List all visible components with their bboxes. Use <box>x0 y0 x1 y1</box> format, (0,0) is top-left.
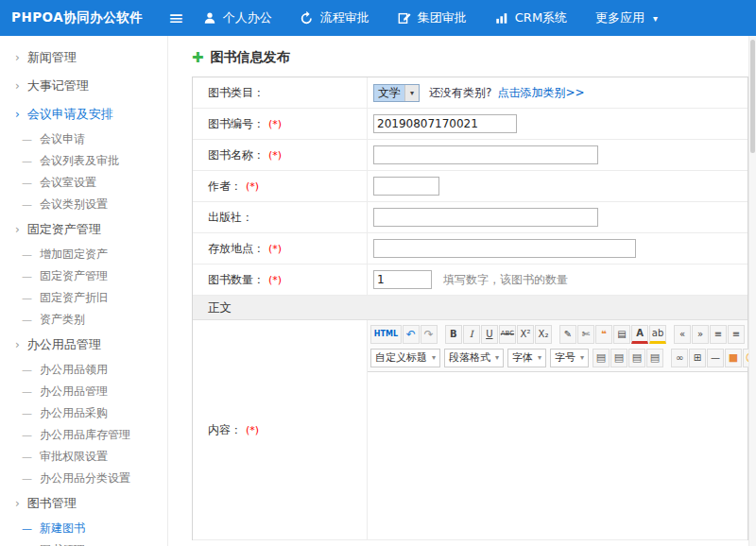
sidebar-item[interactable]: — 审批权限设置 <box>0 446 167 468</box>
nav-workflow-approval[interactable]: 流程审批 <box>301 9 369 26</box>
location-input[interactable] <box>373 239 636 258</box>
sidebar-item[interactable]: — 增加固定资产 <box>0 244 167 265</box>
font-size-select[interactable]: 字号 ▾ <box>550 349 589 367</box>
strikethrough-button[interactable]: ABC <box>499 325 516 344</box>
item-marker-icon: › <box>15 51 20 64</box>
align-right-button[interactable]: ▤ <box>628 349 645 367</box>
ordered-list-button[interactable]: ≡ <box>728 325 745 344</box>
font-color-button[interactable]: A <box>631 325 648 344</box>
field-label: 图书编号： <box>208 116 265 132</box>
scrollbar-thumb[interactable] <box>750 40 755 153</box>
clear-format-button[interactable]: ✄ <box>577 325 594 344</box>
sidebar-item[interactable]: — 固定资产折旧 <box>0 287 167 309</box>
align-left-button[interactable]: ▤ <box>593 349 610 367</box>
nav-personal-office[interactable]: 个人办公 <box>203 9 272 26</box>
sidebar-item-label: 办公用品分类设置 <box>40 470 130 486</box>
sidebar-item[interactable]: › 会议申请及安排 <box>0 100 167 128</box>
sidebar-item[interactable]: — 会议申请 <box>0 128 167 150</box>
paragraph-format-select[interactable]: 段落格式 ▾ <box>444 349 504 367</box>
underline-button[interactable]: U <box>481 325 498 344</box>
undo-button[interactable]: ↶ <box>403 325 420 344</box>
sidebar-item[interactable]: › 固定资产管理 <box>0 215 167 244</box>
subscript-button[interactable]: X₂ <box>535 325 552 344</box>
item-marker-icon: — <box>22 248 32 261</box>
sidebar-item-label: 会议列表及审批 <box>40 153 119 169</box>
author-input[interactable] <box>373 177 439 196</box>
form-row-quantity: 图书数量： (*) 填写数字，该图书的数量 <box>193 264 747 296</box>
format-brush-button[interactable]: ✎ <box>559 325 576 344</box>
paragraph-button[interactable]: ▤ <box>613 325 630 344</box>
form-row-publisher: 出版社： <box>193 202 747 233</box>
item-marker-icon: — <box>22 198 32 211</box>
field-label: 出版社： <box>208 210 253 226</box>
superscript-button[interactable]: X² <box>517 325 534 344</box>
form-row-book-name: 图书名称： (*) <box>193 140 747 171</box>
book-number-input[interactable] <box>373 114 517 133</box>
sidebar-item[interactable]: — 图书管理 <box>0 539 167 546</box>
indent-button[interactable]: » <box>692 325 709 344</box>
sidebar-item[interactable]: — 新建图书 <box>0 518 167 539</box>
sidebar-item-label: 会议申请 <box>40 131 85 147</box>
table-button[interactable]: ⊞ <box>689 349 706 367</box>
item-marker-icon: — <box>22 429 32 441</box>
bold-button[interactable]: B <box>445 325 462 344</box>
sidebar-item[interactable]: — 会议室设置 <box>0 172 167 194</box>
sidebar-item[interactable]: — 办公用品领用 <box>0 359 167 381</box>
sidebar-item[interactable]: — 固定资产管理 <box>0 265 167 287</box>
sidebar-item[interactable]: — 会议列表及审批 <box>0 150 167 172</box>
user-icon <box>203 11 216 25</box>
book-name-input[interactable] <box>373 145 598 164</box>
align-center-button[interactable]: ▤ <box>610 349 627 367</box>
quantity-input[interactable] <box>373 270 432 289</box>
align-justify-button[interactable]: ▤ <box>646 349 663 367</box>
editor-content[interactable] <box>368 372 747 539</box>
rich-text-editor: HTML ↶ ↷ B I U <box>368 320 747 539</box>
quantity-hint: 填写数字，该图书的数量 <box>443 272 568 288</box>
topbar: PHPOA协同办公软件 ≡ 个人办公 流程审批 集团审批 <box>0 0 756 36</box>
vertical-scrollbar[interactable] <box>748 36 756 546</box>
category-select[interactable]: 文学 ▾ <box>373 84 420 102</box>
sidebar-item[interactable]: — 办公用品采购 <box>0 402 167 424</box>
sidebar-item[interactable]: › 图书管理 <box>0 489 167 518</box>
nav-crm-system[interactable]: CRM系统 <box>495 9 567 26</box>
horizontal-rule-button[interactable]: — <box>707 349 724 367</box>
add-category-link[interactable]: 点击添加类别>> <box>497 85 584 101</box>
chevron-down-icon: ▾ <box>495 353 499 362</box>
blockquote-button[interactable]: ❝ <box>595 325 612 344</box>
sidebar-item[interactable]: — 会议类别设置 <box>0 194 167 215</box>
required-marker: (*) <box>268 274 282 286</box>
field-label: 存放地点： <box>208 241 265 257</box>
sidebar-item-label: 会议类别设置 <box>40 196 108 213</box>
sidebar-item[interactable]: › 办公用品管理 <box>0 331 167 359</box>
redo-button[interactable]: ↷ <box>421 325 438 344</box>
sidebar-item[interactable]: — 办公用品管理 <box>0 381 167 402</box>
sidebar-item[interactable]: — 办公用品分类设置 <box>0 468 167 489</box>
sidebar-item[interactable]: › 大事记管理 <box>0 72 167 100</box>
sidebar-item[interactable]: › 新闻管理 <box>0 43 167 72</box>
edit-square-icon <box>398 11 411 25</box>
link-button[interactable]: ∞ <box>671 349 688 367</box>
image-button[interactable]: ■ <box>725 349 742 367</box>
bar-chart-icon <box>495 11 508 25</box>
bullet-list-button[interactable]: ≡ <box>710 325 727 344</box>
field-label: 图书名称： <box>208 147 265 163</box>
sidebar: › 新闻管理 › 大事记管理 › 会议申请及安排 — 会议申请 — 会议列表及审… <box>0 36 168 546</box>
nav-more-apps[interactable]: 更多应用 ▾ <box>595 9 658 26</box>
publisher-input[interactable] <box>373 208 598 227</box>
item-marker-icon: — <box>22 314 32 326</box>
background-color-button[interactable]: ab <box>649 325 666 344</box>
outdent-button[interactable]: « <box>674 325 691 344</box>
sidebar-item[interactable]: — 办公用品库存管理 <box>0 424 167 446</box>
html-source-button[interactable]: HTML <box>370 325 402 344</box>
italic-button[interactable]: I <box>463 325 480 344</box>
field-label: 内容： <box>208 422 242 438</box>
item-marker-icon: — <box>22 133 32 145</box>
sidebar-item[interactable]: — 资产类别 <box>0 309 167 331</box>
custom-title-select[interactable]: 自定义标题 ▾ <box>370 349 440 367</box>
nav-group-approval[interactable]: 集团审批 <box>398 9 467 26</box>
field-label: 作者： <box>208 179 242 195</box>
menu-icon[interactable]: ≡ <box>168 9 184 27</box>
item-marker-icon: — <box>22 407 32 419</box>
font-family-select[interactable]: 字体 ▾ <box>507 349 546 367</box>
item-marker-icon: — <box>22 364 32 376</box>
